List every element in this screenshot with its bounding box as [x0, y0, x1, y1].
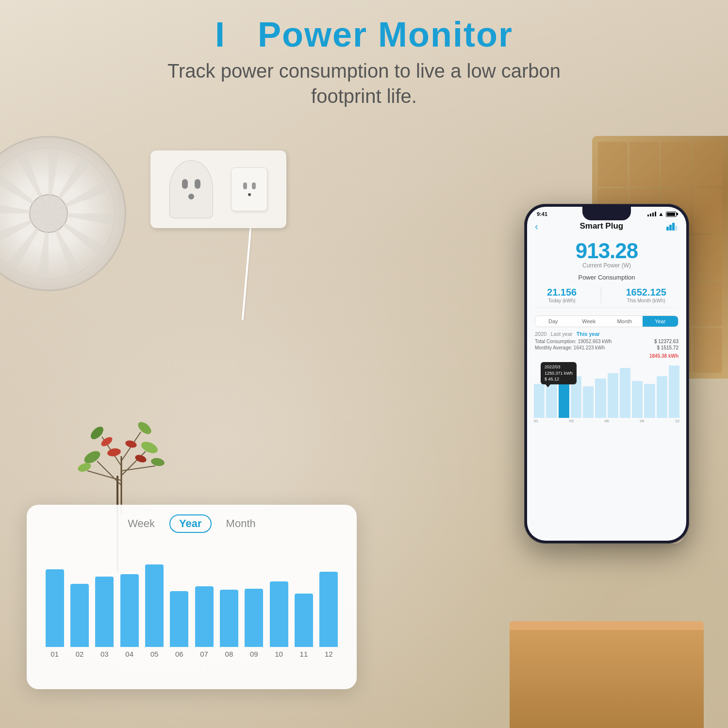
- year-2020[interactable]: 2020: [535, 331, 546, 337]
- header-subtitle: Track power consumption to live a low ca…: [0, 58, 728, 109]
- outlet-plate: [150, 150, 286, 228]
- consumption-row: 21.156 Today (kWh) 1652.125 This Month (…: [535, 285, 678, 308]
- bar-label-01: 01: [50, 650, 59, 658]
- bar-col-02: 02: [67, 584, 92, 658]
- power-unit-label: Current Power (W): [527, 262, 686, 269]
- nightstand: [510, 621, 704, 728]
- mini-bar-4: [583, 386, 594, 418]
- phone-page-title: Smart Plug: [579, 221, 623, 231]
- wall-outlet: [150, 150, 286, 228]
- total-value: $ 12372.63: [654, 339, 678, 344]
- bar-03: [95, 577, 114, 647]
- year-last[interactable]: Last year: [550, 331, 572, 337]
- chart-tabs: Week Year Month: [40, 514, 343, 533]
- phone-screen: 9:41 ▲ ‹ Smart Plug: [527, 207, 686, 541]
- bar-col-09: 09: [242, 589, 266, 658]
- period-tabs: Day Week Month Year: [535, 315, 678, 327]
- svg-point-16: [134, 453, 147, 463]
- bar-07: [195, 586, 214, 647]
- header-section: I Power Monitor Track power consumption …: [0, 15, 728, 109]
- bar-col-07: 07: [192, 586, 216, 658]
- year-tabs: 2020 Last year This year: [527, 331, 686, 339]
- x-axis-labels: 01 03 06 09 12: [527, 418, 686, 423]
- bar-label-02: 02: [76, 650, 84, 658]
- bar-col-03: 03: [92, 577, 117, 658]
- stats-section: Total Consumption: 19052.663 kWh $ 12372…: [527, 339, 686, 353]
- signal-icon: [647, 212, 656, 216]
- battery-icon: [666, 212, 677, 217]
- socket-left: [169, 160, 213, 218]
- bar-04: [120, 574, 139, 647]
- tab-week[interactable]: Week: [571, 316, 607, 327]
- consumption-title: Power Consumption: [535, 274, 678, 281]
- svg-point-10: [136, 420, 153, 436]
- bar-label-04: 04: [125, 650, 133, 658]
- svg-rect-18: [669, 225, 672, 231]
- svg-line-6: [87, 471, 121, 480]
- svg-point-14: [125, 439, 138, 449]
- total-label: Total Consumption: 19052.663 kWh: [535, 339, 612, 344]
- mini-bar-10: [657, 376, 667, 418]
- bar-label-03: 03: [100, 650, 109, 658]
- tab-day[interactable]: Day: [535, 316, 571, 327]
- power-reading: 913.28: [527, 239, 686, 263]
- bar-01: [46, 569, 64, 647]
- bar-col-10: 10: [266, 581, 291, 658]
- bar-label-07: 07: [200, 650, 208, 658]
- bar-11: [295, 594, 313, 647]
- power-value-section: 913.28 Current Power (W): [527, 235, 686, 270]
- wifi-icon: ▲: [658, 211, 664, 217]
- bar-col-08: 08: [216, 590, 241, 658]
- chart-tab-year-active[interactable]: Year: [169, 514, 212, 533]
- bar-label-05: 05: [150, 650, 159, 658]
- mini-bar-7: [620, 368, 630, 418]
- monthly-avg-row: Monthly Average: 1641.223 kWh $ 1515.72: [535, 345, 678, 350]
- bar-label-06: 06: [175, 650, 183, 658]
- svg-point-13: [107, 447, 121, 458]
- svg-rect-17: [666, 227, 669, 231]
- svg-rect-19: [672, 223, 675, 231]
- smart-plug: [231, 167, 267, 211]
- peak-label: 1845.38 kWh: [527, 353, 686, 359]
- bar-label-08: 08: [225, 650, 233, 658]
- bar-05: [145, 564, 164, 647]
- bar-col-04: 04: [117, 574, 142, 658]
- bar-col-12: 12: [316, 572, 341, 658]
- svg-point-8: [139, 439, 159, 455]
- back-button[interactable]: ‹: [535, 221, 538, 232]
- tab-year-active[interactable]: Year: [643, 316, 678, 327]
- svg-line-5: [121, 466, 155, 471]
- chart-card: Week Year Month 010203040506070809101112: [27, 505, 357, 689]
- bar-09: [245, 589, 263, 647]
- feature-icon: I: [215, 15, 226, 54]
- chart-tab-week[interactable]: Week: [128, 517, 155, 530]
- mini-bar-0: [534, 384, 545, 418]
- phone-notch: [582, 207, 631, 220]
- bar-col-05: 05: [142, 564, 166, 658]
- mini-bar-11: [669, 365, 679, 418]
- divider: [601, 287, 601, 303]
- nightstand-top: [510, 621, 704, 630]
- bar-08: [220, 590, 238, 647]
- bar-col-11: 11: [291, 594, 316, 658]
- time-display: 9:41: [537, 211, 547, 217]
- bar-label-12: 12: [325, 650, 333, 658]
- total-consumption-row: Total Consumption: 19052.663 kWh $ 12372…: [535, 339, 678, 344]
- year-this[interactable]: This year: [577, 331, 600, 337]
- bar-col-06: 06: [167, 591, 192, 658]
- tab-month[interactable]: Month: [607, 316, 643, 327]
- chart-icon[interactable]: [665, 219, 678, 233]
- bar-col-01: 01: [42, 569, 67, 658]
- mini-bar-8: [632, 381, 643, 418]
- bar-06: [170, 591, 188, 647]
- svg-point-11: [150, 457, 165, 467]
- chart-tab-month[interactable]: Month: [226, 517, 256, 530]
- bar-label-10: 10: [275, 650, 283, 658]
- mini-bar-6: [608, 373, 618, 418]
- month-value: 1652.125: [626, 287, 666, 298]
- month-label: This Month (kWh): [626, 298, 666, 303]
- bar-10: [270, 581, 288, 647]
- phone-mockup: 9:41 ▲ ‹ Smart Plug: [524, 204, 689, 544]
- svg-line-1: [97, 461, 121, 485]
- chart-bars-container: 010203040506070809101112: [40, 542, 343, 658]
